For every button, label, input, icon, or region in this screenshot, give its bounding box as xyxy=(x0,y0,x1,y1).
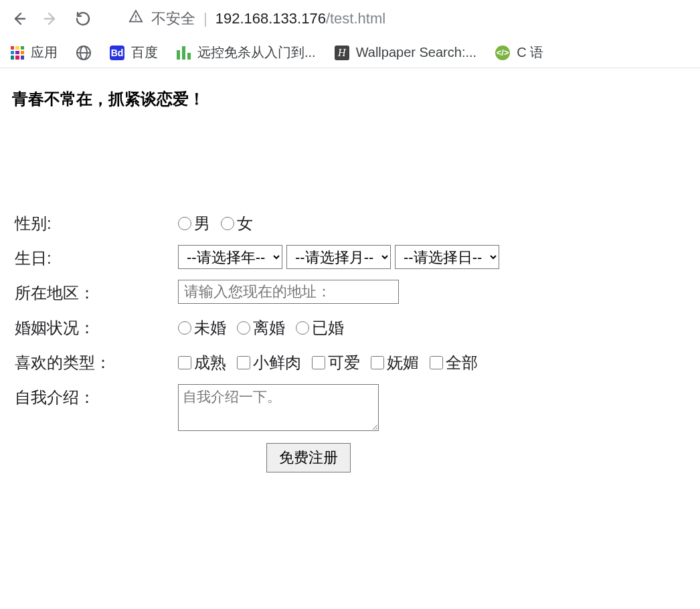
marital-single-option[interactable]: 未婚 xyxy=(178,315,226,341)
security-label: 不安全 xyxy=(151,9,195,29)
wallpaper-label: Wallpaper Search:... xyxy=(356,45,476,60)
wallpaper-icon: H xyxy=(335,46,349,60)
day-select[interactable]: --请选择日-- xyxy=(395,245,499,269)
marital-label: 婚姻状况： xyxy=(12,315,178,341)
bookmark-bar: 应用 Bd 百度 远控免杀从入门到... H Wallpaper Search:… xyxy=(0,37,700,68)
reload-button[interactable] xyxy=(71,7,95,31)
month-select[interactable]: --请选择月-- xyxy=(286,245,391,269)
page-content: 青春不常在，抓紧谈恋爱！ 性别: 男 女 生日: --请选择年-- --请选择月… xyxy=(0,68,700,486)
type-mature-checkbox[interactable] xyxy=(178,356,191,369)
baidu-icon: Bd xyxy=(110,46,124,60)
apps-shortcut[interactable]: 应用 xyxy=(11,44,58,62)
submit-button[interactable]: 免费注册 xyxy=(266,443,351,472)
type-charm-checkbox[interactable] xyxy=(371,356,384,369)
type-all-checkbox[interactable] xyxy=(430,356,443,369)
type-cute-text: 可爱 xyxy=(328,349,360,376)
marital-married-radio[interactable] xyxy=(296,321,309,335)
row-gender: 性别: 男 女 xyxy=(12,210,688,237)
type-mature-option[interactable]: 成熟 xyxy=(178,349,226,376)
browser-toolbar: 不安全 | 192.168.133.176/test.html xyxy=(0,0,700,37)
url-host: 192.168.133.176 xyxy=(215,10,326,27)
bookmark-clang[interactable]: </> C 语 xyxy=(495,44,543,62)
type-fresh-checkbox[interactable] xyxy=(237,356,250,369)
marital-single-radio[interactable] xyxy=(178,321,191,335)
marital-divorced-radio[interactable] xyxy=(237,321,250,335)
type-mature-text: 成熟 xyxy=(194,349,226,376)
type-charm-option[interactable]: 妩媚 xyxy=(371,349,419,376)
apps-icon xyxy=(11,46,24,60)
forward-button[interactable] xyxy=(39,7,63,31)
row-submit: 免费注册 xyxy=(266,443,688,472)
type-fresh-text: 小鲜肉 xyxy=(253,349,301,376)
gender-male-text: 男 xyxy=(194,210,210,237)
code-icon: </> xyxy=(495,46,510,60)
row-marital: 婚姻状况： 未婚 离婚 已婚 xyxy=(12,315,688,341)
row-intro: 自我介绍： xyxy=(12,384,688,431)
url-path: /test.html xyxy=(326,10,385,27)
remote-label: 远控免杀从入门到... xyxy=(197,44,316,62)
bars-icon xyxy=(177,46,191,60)
row-type: 喜欢的类型： 成熟 小鲜肉 可爱 妩媚 xyxy=(12,349,688,376)
type-cute-checkbox[interactable] xyxy=(312,356,325,369)
type-charm-text: 妩媚 xyxy=(387,349,419,376)
type-fresh-option[interactable]: 小鲜肉 xyxy=(237,349,301,376)
type-all-text: 全部 xyxy=(446,349,478,376)
clang-label: C 语 xyxy=(517,44,543,62)
bookmark-baidu[interactable]: Bd 百度 xyxy=(110,44,158,62)
birthday-label: 生日: xyxy=(12,245,178,272)
row-region: 所在地区： xyxy=(12,280,688,307)
marital-married-option[interactable]: 已婚 xyxy=(296,315,344,341)
gender-label: 性别: xyxy=(12,210,178,237)
intro-label: 自我介绍： xyxy=(12,384,178,411)
url-divider: | xyxy=(203,10,207,27)
region-label: 所在地区： xyxy=(12,280,178,307)
gender-male-radio[interactable] xyxy=(178,217,191,230)
gender-female-radio[interactable] xyxy=(221,217,234,230)
baidu-label: 百度 xyxy=(131,44,158,62)
marital-married-text: 已婚 xyxy=(312,315,344,341)
bookmark-remote[interactable]: 远控免杀从入门到... xyxy=(177,44,316,62)
type-cute-option[interactable]: 可爱 xyxy=(312,349,360,376)
marital-single-text: 未婚 xyxy=(194,315,226,341)
form: 性别: 男 女 生日: --请选择年-- --请选择月-- --请选择日-- xyxy=(12,210,688,472)
row-birthday: 生日: --请选择年-- --请选择月-- --请选择日-- xyxy=(12,245,688,272)
globe-icon xyxy=(76,46,91,60)
svg-point-3 xyxy=(135,19,137,20)
gender-female-option[interactable]: 女 xyxy=(221,210,253,237)
gender-female-text: 女 xyxy=(237,210,253,237)
bookmark-wallpaper[interactable]: H Wallpaper Search:... xyxy=(335,45,476,60)
year-select[interactable]: --请选择年-- xyxy=(178,245,282,269)
type-all-option[interactable]: 全部 xyxy=(430,349,478,376)
region-input[interactable] xyxy=(178,280,399,304)
marital-divorced-option[interactable]: 离婚 xyxy=(237,315,285,341)
page-title: 青春不常在，抓紧谈恋爱！ xyxy=(12,88,688,110)
apps-label: 应用 xyxy=(31,44,58,62)
gender-male-option[interactable]: 男 xyxy=(178,210,210,237)
marital-divorced-text: 离婚 xyxy=(253,315,285,341)
address-bar[interactable]: 不安全 | 192.168.133.176/test.html xyxy=(116,5,693,32)
type-label: 喜欢的类型： xyxy=(12,349,178,376)
intro-textarea[interactable] xyxy=(178,384,379,431)
back-button[interactable] xyxy=(7,7,31,31)
insecure-icon xyxy=(128,9,143,28)
bookmark-blank[interactable] xyxy=(76,46,91,60)
